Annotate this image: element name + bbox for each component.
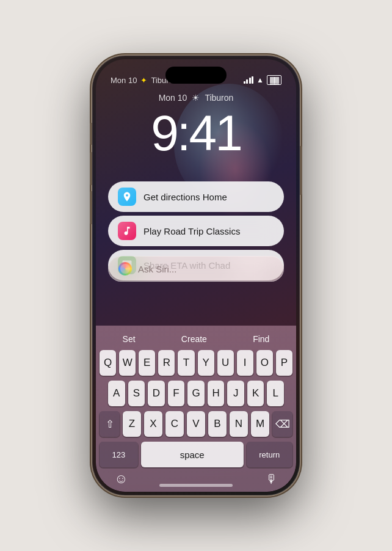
quicktype-create[interactable]: Create [175, 333, 213, 345]
emoji-icon[interactable]: ☺ [114, 471, 128, 487]
dynamic-island [165, 67, 227, 84]
status-right-icons: ▲ ▓▓ [244, 75, 281, 85]
home-indicator [159, 484, 233, 487]
volume-up-button [90, 152, 92, 185]
quicktype-find[interactable]: Find [247, 333, 275, 345]
key-k[interactable]: K [247, 381, 264, 406]
sun-weather-icon: ☀ [192, 93, 200, 103]
key-v[interactable]: V [187, 411, 205, 437]
suggestion-music[interactable]: Play Road Trip Classics [108, 216, 284, 246]
key-r[interactable]: R [158, 350, 175, 376]
return-key[interactable]: return [247, 442, 292, 467]
music-icon [118, 222, 136, 240]
status-date: Mon 10 [111, 76, 137, 85]
key-b[interactable]: B [208, 411, 227, 437]
key-u[interactable]: U [217, 350, 234, 376]
suggestion-music-text: Play Road Trip Classics [143, 226, 240, 236]
suggestion-directions[interactable]: Get directions Home [108, 181, 284, 212]
key-m[interactable]: M [251, 411, 269, 437]
key-d[interactable]: D [148, 381, 165, 406]
delete-key[interactable]: ⌫ [272, 411, 292, 437]
phone-frame: Mon 10 ✦ Tiburon ▲ ▓▓ Mon 10 ☀ Tiburon [92, 56, 300, 495]
key-f[interactable]: F [168, 381, 185, 406]
key-c[interactable]: C [165, 411, 184, 437]
keyboard-row-1: Q W E R T Y U I O P [100, 350, 292, 376]
key-a[interactable]: A [108, 381, 125, 406]
key-l[interactable]: L [267, 381, 284, 406]
key-z[interactable]: Z [123, 411, 141, 437]
key-j[interactable]: J [227, 381, 244, 406]
siri-input[interactable]: Ask Siri... [108, 256, 284, 282]
key-e[interactable]: E [139, 350, 155, 376]
wifi-icon: ▲ [256, 76, 264, 84]
silent-switch [90, 123, 92, 145]
key-h[interactable]: H [208, 381, 225, 406]
key-x[interactable]: X [144, 411, 162, 437]
sun-icon: ✦ [140, 76, 147, 85]
siri-orb-icon [118, 262, 132, 276]
key-y[interactable]: Y [198, 350, 214, 376]
key-q[interactable]: Q [100, 350, 116, 376]
lock-date: Mon 10 ☀ Tiburon [96, 93, 296, 103]
volume-down-button [90, 191, 92, 224]
maps-icon [118, 188, 136, 206]
key-t[interactable]: T [178, 350, 194, 376]
keyboard-rows: Q W E R T Y U I O P A S D F G [100, 350, 292, 467]
key-o[interactable]: O [256, 350, 273, 376]
quicktype-bar: Set Create Find [100, 330, 292, 350]
key-g[interactable]: G [187, 381, 205, 406]
key-n[interactable]: N [230, 411, 248, 437]
keyboard-row-3: ⇧ Z X C V B N M ⌫ [100, 411, 292, 437]
siri-placeholder: Ask Siri... [138, 264, 176, 274]
key-s[interactable]: S [128, 381, 145, 406]
signal-icon [244, 76, 254, 84]
lock-time: 9:41 [96, 104, 296, 162]
battery-icon: ▓▓ [267, 75, 281, 85]
mic-icon[interactable]: 🎙 [266, 472, 278, 486]
quicktype-set[interactable]: Set [117, 333, 142, 345]
space-key[interactable]: space [141, 442, 244, 467]
numbers-key[interactable]: 123 [100, 442, 138, 467]
suggestion-directions-text: Get directions Home [143, 192, 227, 202]
power-button [300, 146, 302, 195]
key-p[interactable]: P [276, 350, 292, 376]
key-w[interactable]: W [119, 350, 136, 376]
key-i[interactable]: I [237, 350, 253, 376]
phone-screen: Mon 10 ✦ Tiburon ▲ ▓▓ Mon 10 ☀ Tiburon [96, 59, 296, 492]
keyboard: Set Create Find Q W E R T Y U I O P [96, 326, 296, 492]
keyboard-bottom-bar: ☺ 🎙 [100, 467, 292, 492]
keyboard-row-4: 123 space return [100, 442, 292, 467]
shift-key[interactable]: ⇧ [100, 411, 120, 437]
keyboard-row-2: A S D F G H J K L [100, 381, 292, 406]
